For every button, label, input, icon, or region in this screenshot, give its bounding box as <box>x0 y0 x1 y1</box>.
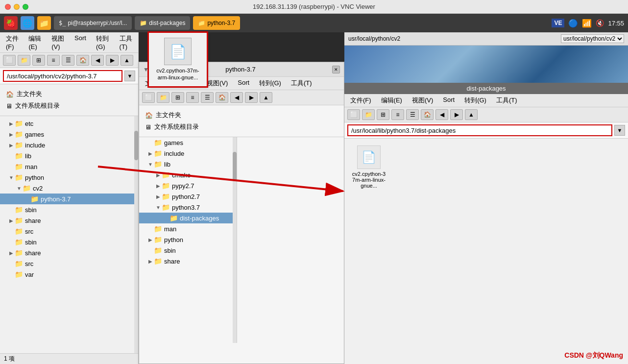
left-scrollbar[interactable] <box>134 116 138 353</box>
menu-view[interactable]: 视图(V) <box>49 33 67 51</box>
mid-tree-man[interactable]: 📁 man <box>139 223 237 234</box>
tree-src[interactable]: 📁 src <box>0 226 138 237</box>
mid-up-btn[interactable]: ▲ <box>260 92 272 103</box>
mid-copy-btn[interactable]: ⬜ <box>142 92 155 103</box>
tree-var[interactable]: 📁 var <box>0 269 138 280</box>
menu-tools[interactable]: 工具(T) <box>118 33 134 51</box>
taskbar-tab-python[interactable]: 📁 python-3.7 <box>193 16 240 30</box>
folder-share2-icon: 📁 <box>15 249 23 257</box>
menu-goto[interactable]: 转到(G) <box>94 33 112 51</box>
menu-file[interactable]: 文件(F) <box>4 33 21 51</box>
mid-tree-python[interactable]: ▶ 📁 python <box>139 234 237 245</box>
mid-menu-sort[interactable]: Sort <box>236 78 251 89</box>
forward-btn[interactable]: ▶ <box>106 55 119 66</box>
dp-address-input[interactable] <box>347 124 612 136</box>
tree-cv2[interactable]: ▼ 📁 cv2 <box>0 183 138 194</box>
tree-lib[interactable]: 📁 lib <box>0 150 138 161</box>
dp-grid-btn[interactable]: ⊞ <box>377 109 389 120</box>
mid-home-btn[interactable]: 🏠 <box>216 92 228 103</box>
mid-tree-sbin[interactable]: 📁 sbin <box>139 245 237 256</box>
tree-python37[interactable]: 📁 python-3.7 <box>0 194 138 204</box>
mid-grid-btn[interactable]: ⊞ <box>171 92 184 103</box>
folder-btn[interactable]: 📁 <box>18 55 30 66</box>
taskbar: 🍓 🌐 📁 $_ pi@raspberrypi:/usr/l... 📁 dist… <box>0 14 628 32</box>
window-controls[interactable] <box>5 4 28 10</box>
mid-detail-btn[interactable]: ☰ <box>201 92 214 103</box>
dp-copy-btn[interactable]: ⬜ <box>347 109 360 120</box>
mid-menu-tools[interactable]: 工具(T) <box>289 78 314 89</box>
taskbar-tab-folder[interactable]: 📁 dist-packages <box>135 16 190 30</box>
mid-menu-goto[interactable]: 转到(G) <box>257 78 283 89</box>
left-address-input[interactable] <box>3 70 122 82</box>
addr-dropdown[interactable]: ▼ <box>124 71 135 81</box>
mid-bookmark-filesystem[interactable]: 🖥 文件系统根目录 <box>143 121 340 133</box>
tree-sbin[interactable]: 📁 sbin <box>0 204 138 215</box>
middle-window-controls[interactable]: ✕ <box>332 66 340 73</box>
dp-addr-dropdown[interactable]: ▼ <box>614 125 625 136</box>
grid-btn[interactable]: ⊞ <box>32 55 45 66</box>
tree-include[interactable]: ▶ 📁 include <box>0 140 138 150</box>
dp-menu-view[interactable]: 视图(V) <box>410 95 435 106</box>
dp-folder-btn[interactable]: 📁 <box>362 109 375 120</box>
bookmark-filesystem[interactable]: 🖥 文件系统根目录 <box>4 100 134 112</box>
mid-back-btn[interactable]: ◀ <box>230 92 243 103</box>
middle-scrollbar[interactable] <box>233 137 237 343</box>
left-toolbar: ⬜ 📁 ⊞ ≡ ☰ 🏠 ◀ ▶ ▲ <box>0 53 138 68</box>
dp-back-btn[interactable]: ◀ <box>435 109 448 120</box>
mid-tree-dist-packages[interactable]: 📁 dist-packages <box>139 213 237 223</box>
mid-bookmark-home[interactable]: 🏠 主文件夹 <box>143 109 340 121</box>
tree-src2[interactable]: 📁 src <box>0 258 138 269</box>
mid-forward-btn[interactable]: ▶ <box>245 92 258 103</box>
maximize-button[interactable] <box>23 4 28 10</box>
mid-tree-cmake[interactable]: ▶ 📁 cmake <box>139 170 237 180</box>
close-button[interactable] <box>5 4 11 10</box>
vnc-top-bar: usr/local/python/cv2 usr/local/python/cv… <box>344 32 628 46</box>
mid-tree-python27[interactable]: ▶ 📁 python2.7 <box>139 191 237 202</box>
dp-forward-btn[interactable]: ▶ <box>450 109 463 120</box>
tree-games[interactable]: ▶ 📁 games <box>0 129 138 140</box>
dp-file-item[interactable]: 📄 cv2.cpython-37m-arm-linux-gnue... <box>349 144 388 191</box>
tree-share[interactable]: ▶ 📁 share <box>0 215 138 226</box>
dp-menu-edit[interactable]: 编辑(E) <box>379 95 404 106</box>
tree-man[interactable]: 📁 man <box>0 161 138 172</box>
list-btn[interactable]: ≡ <box>47 55 60 66</box>
tree-python[interactable]: ▼ 📁 python <box>0 172 138 183</box>
tree-etc[interactable]: ▶ 📁 etc <box>0 118 138 129</box>
up-btn[interactable]: ▲ <box>121 55 133 66</box>
dp-menu-tools[interactable]: 工具(T) <box>494 95 519 106</box>
mid-tree-pypy[interactable]: ▶ 📁 pypy2.7 <box>139 180 237 191</box>
mid-tree-include[interactable]: ▶ 📁 include <box>139 148 237 159</box>
dp-detail-btn[interactable]: ☰ <box>406 109 419 120</box>
mid-tree-python37[interactable]: ▼ 📁 python3.7 <box>139 202 237 213</box>
tree-share2[interactable]: ▶ 📁 share <box>0 247 138 258</box>
dp-menu-sort[interactable]: Sort <box>441 95 457 106</box>
mid-list-btn[interactable]: ≡ <box>186 92 199 103</box>
mid-tree-share[interactable]: ▶ 📁 share <box>139 256 237 267</box>
copy-btn[interactable]: ⬜ <box>3 55 16 66</box>
minimize-button[interactable] <box>14 4 20 10</box>
bookmark-home[interactable]: 🏠 主文件夹 <box>4 88 134 100</box>
folder-src2-icon: 📁 <box>15 260 23 267</box>
taskbar-tab-terminal[interactable]: $_ pi@raspberrypi:/usr/l... <box>54 16 132 30</box>
mid-tree-lib[interactable]: ▼ 📁 lib <box>139 159 237 170</box>
menu-edit[interactable]: 编辑(E) <box>26 33 44 51</box>
mid-folder-btn[interactable]: 📁 <box>157 92 169 103</box>
mid-menu-view[interactable]: 视图(V) <box>205 78 230 89</box>
dp-up-btn[interactable]: ▲ <box>465 109 478 120</box>
detail-btn[interactable]: ☰ <box>62 55 74 66</box>
back-btn[interactable]: ◀ <box>91 55 104 66</box>
close-window-btn[interactable]: ✕ <box>332 66 340 73</box>
tree-src-label: src <box>25 228 33 235</box>
dp-home-btn[interactable]: 🏠 <box>421 109 434 120</box>
dp-list-btn[interactable]: ≡ <box>391 109 404 120</box>
folder-icon-taskbar[interactable]: 📁 <box>37 16 51 30</box>
tree-sbin2[interactable]: 📁 sbin <box>0 237 138 247</box>
dp-menu-file[interactable]: 文件(F) <box>348 95 373 106</box>
home-btn[interactable]: 🏠 <box>76 55 89 66</box>
vnc-path-dropdown[interactable]: usr/local/python/cv2 <box>561 34 624 43</box>
dp-menu-goto[interactable]: 转到(G) <box>462 95 488 106</box>
raspberry-icon[interactable]: 🍓 <box>4 16 18 30</box>
menu-sort[interactable]: Sort <box>72 33 88 51</box>
mid-tree-games[interactable]: 📁 games <box>139 137 237 148</box>
globe-icon[interactable]: 🌐 <box>21 16 34 30</box>
